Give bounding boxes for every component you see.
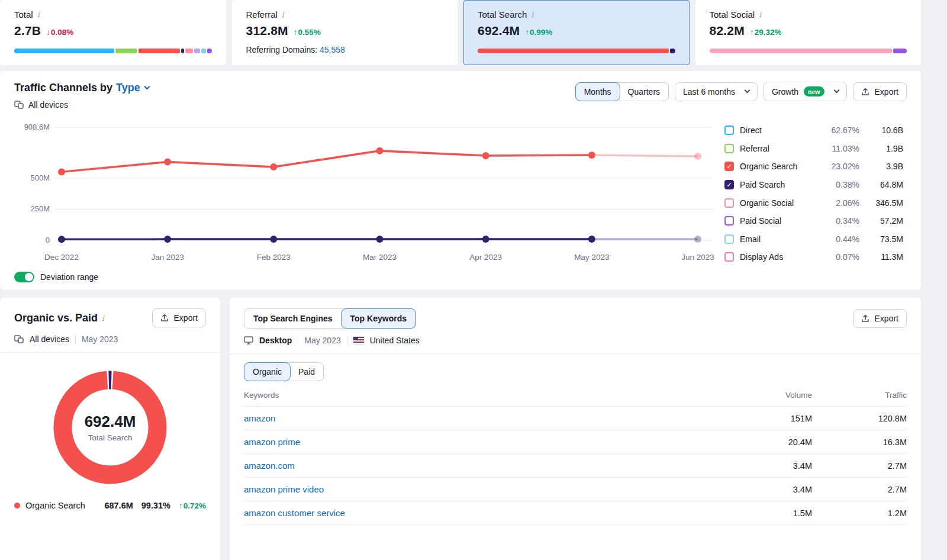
down-arrow-icon: ↓ <box>46 28 50 37</box>
info-icon[interactable]: i <box>531 11 533 18</box>
date-label: May 2023 <box>82 334 118 344</box>
months-toggle[interactable]: Months <box>576 83 620 101</box>
legend-checkbox[interactable]: ✓ <box>724 162 734 171</box>
traffic-analytics-page: Total i 2.7B ↓0.08% Referral i 312.8M ↑0… <box>0 0 947 560</box>
legend-change: ↑0.72% <box>179 501 206 510</box>
organic-search-legend-row[interactable]: Organic Search 687.6M 99.31% ↑0.72% <box>14 501 206 510</box>
period-toggle: Months Quarters <box>575 82 669 101</box>
card-referral[interactable]: Referral i 312.8M ↑0.55% Referring Domai… <box>232 0 458 65</box>
legend-row-organic-social[interactable]: Organic Social2.06%346.5M <box>724 194 903 212</box>
tab-top-search-engines[interactable]: Top Search Engines <box>244 309 342 328</box>
legend-row-referral[interactable]: Referral11.03%1.9B <box>724 140 903 158</box>
export-icon <box>861 314 869 323</box>
traffic-cell: 1.2M <box>812 508 907 518</box>
keywords-tabs: Top Search Engines Top Keywords <box>244 308 416 329</box>
keyword-link[interactable]: amazon prime video <box>244 484 711 494</box>
info-icon[interactable]: i <box>282 11 284 18</box>
export-button[interactable]: Export <box>853 309 907 328</box>
keyword-link[interactable]: amazon customer service <box>244 508 711 518</box>
keyword-row-amazon-prime: amazon prime20.4M16.3M <box>244 430 907 454</box>
referring-domains-link[interactable]: 45,558 <box>320 45 345 54</box>
legend-label: Referral <box>740 144 822 153</box>
svg-text:Mar 2023: Mar 2023 <box>363 253 397 262</box>
legend-percent: 0.34% <box>822 216 859 226</box>
legend-value: 64.8M <box>859 180 903 189</box>
export-button[interactable]: Export <box>152 308 206 327</box>
legend-checkbox[interactable] <box>724 198 734 208</box>
column-volume: Volume <box>711 391 812 400</box>
us-flag-icon <box>353 337 364 344</box>
svg-text:Jan 2023: Jan 2023 <box>151 253 184 262</box>
legend-checkbox[interactable] <box>724 216 734 226</box>
organic-filter-tab[interactable]: Organic <box>244 363 290 381</box>
quarters-toggle[interactable]: Quarters <box>620 83 668 101</box>
legend-row-organic-search[interactable]: ✓Organic Search23.02%3.9B <box>724 157 903 176</box>
paid-filter-tab[interactable]: Paid <box>290 363 323 381</box>
info-icon[interactable]: i <box>102 314 104 322</box>
growth-dropdown[interactable]: Growth new <box>764 82 847 101</box>
legend-row-paid-search[interactable]: ✓Paid Search0.38%64.8M <box>724 176 903 194</box>
traffic-channels-panel: Traffic Channels by Type All devices Mon… <box>0 71 921 289</box>
traffic-cell: 16.3M <box>812 437 907 447</box>
bar-segment-organic-social <box>185 49 193 53</box>
legend-checkbox[interactable] <box>724 234 734 244</box>
bar-segment-paid-social <box>194 49 200 53</box>
volume-cell: 3.4M <box>711 485 812 494</box>
date-range-dropdown[interactable]: Last 6 months <box>675 82 758 101</box>
legend-percent: 0.38% <box>822 180 859 189</box>
legend-dot <box>14 503 20 508</box>
keyword-row-amazon-prime-video: amazon prime video3.4M2.7M <box>244 478 907 501</box>
bar-segment-organic-search <box>478 49 669 53</box>
devices-label: All devices <box>28 100 68 110</box>
column-keywords: Keywords <box>244 391 711 400</box>
keywords-table-header: Keywords Volume Traffic <box>244 391 907 407</box>
bar-segment-paid-search <box>181 49 184 53</box>
legend-label: Organic Social <box>740 198 822 208</box>
volume-cell: 3.4M <box>711 461 812 471</box>
legend-checkbox[interactable] <box>724 144 734 153</box>
info-icon[interactable]: i <box>759 11 761 18</box>
column-traffic: Traffic <box>812 391 907 400</box>
legend-percent: 0.44% <box>822 234 859 244</box>
donut-center-value: 692.4M <box>85 413 136 431</box>
deviation-range-toggle[interactable] <box>14 272 34 282</box>
keyword-link[interactable]: amazon.com <box>244 461 711 471</box>
legend-row-email[interactable]: Email0.44%73.5M <box>724 230 903 249</box>
traffic-line-chart: 908.6M500M250M0Dec 2022Jan 2023Feb 2023M… <box>14 118 722 267</box>
info-icon[interactable]: i <box>37 11 40 18</box>
keyword-link[interactable]: amazon prime <box>244 437 711 447</box>
export-button[interactable]: Export <box>853 82 907 101</box>
card-total-social[interactable]: Total Social i 82.2M ↑29.32% <box>695 0 922 65</box>
bar-segment-display-ads <box>207 49 212 53</box>
legend-row-paid-social[interactable]: Paid Social0.34%57.2M <box>724 212 903 230</box>
panel-title: Organic vs. Paid <box>14 312 98 324</box>
tab-top-keywords[interactable]: Top Keywords <box>342 309 415 328</box>
svg-text:Feb 2023: Feb 2023 <box>257 253 291 262</box>
keyword-link[interactable]: amazon <box>244 413 711 423</box>
chevron-down-icon <box>833 88 839 94</box>
card-value: 692.4M <box>478 24 520 38</box>
card-total-search[interactable]: Total Search i 692.4M ↑0.99% <box>463 0 690 65</box>
card-total[interactable]: Total i 2.7B ↓0.08% <box>0 0 226 65</box>
legend-row-display-ads[interactable]: Display Ads0.07%11.3M <box>724 248 903 266</box>
up-arrow-icon: ↑ <box>525 28 529 37</box>
search-distribution-bar <box>478 49 675 53</box>
card-change: ↑0.55% <box>294 28 321 37</box>
legend-checkbox[interactable] <box>724 252 734 262</box>
card-title: Total <box>14 9 33 20</box>
legend-row-direct[interactable]: Direct62.67%10.6B <box>724 121 903 140</box>
keyword-row-amazon-com: amazon.com3.4M2.7M <box>244 454 907 478</box>
chevron-down-icon <box>745 88 750 94</box>
toggle-knob <box>25 273 33 281</box>
legend-checkbox[interactable]: ✓ <box>724 180 734 189</box>
social-distribution-bar <box>710 49 907 53</box>
divider <box>347 336 347 345</box>
legend-checkbox[interactable] <box>724 125 734 135</box>
organic-vs-paid-panel: Organic vs. Paid i Export All devices Ma… <box>0 298 220 560</box>
legend-label: Organic Search <box>25 501 85 510</box>
devices-label: All devices <box>30 334 69 344</box>
devices-icon <box>14 101 24 109</box>
type-dropdown[interactable]: Type <box>116 82 149 94</box>
donut-center: 692.4M Total Search <box>52 369 168 485</box>
legend-label: Display Ads <box>740 252 822 262</box>
